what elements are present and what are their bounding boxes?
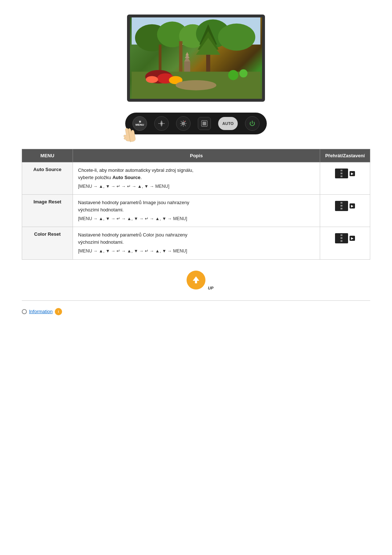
enter-remote-button[interactable] xyxy=(198,117,211,130)
up-label: UP xyxy=(208,286,213,290)
up-button-wrapper: UP xyxy=(187,271,205,289)
nav-path-image-reset: [MENU → ▲, ▼ → ↵ → ▲, ▼ → ↵ → ▲, ▼ → MEN… xyxy=(78,215,315,222)
auto-remote-button[interactable]: AUTO xyxy=(218,117,238,130)
svg-rect-40 xyxy=(203,122,206,125)
arrow-remote-button[interactable] xyxy=(154,116,169,131)
svg-rect-42 xyxy=(195,281,197,283)
playback-icons-auto-source: ▤▤▤ ▶ xyxy=(335,169,355,178)
desc-text-color-reset: Nastavené hodnoty parametrů Color jsou n… xyxy=(78,231,315,246)
svg-point-22 xyxy=(239,69,247,77)
table-header-play: Přehrát/Zastavení xyxy=(320,149,370,162)
play-icon-color-reset: ▶ xyxy=(350,236,355,241)
menu-label-auto-source: Auto Source xyxy=(22,162,73,195)
up-arrow-container: UP xyxy=(22,271,370,289)
svg-point-21 xyxy=(228,70,238,80)
table-row: Auto Source Chcete-li, aby monitor autom… xyxy=(22,162,370,195)
power-remote-button[interactable] xyxy=(245,116,260,131)
svg-marker-15 xyxy=(185,52,189,55)
desc-text-auto-source: Chcete-li, aby monitor automaticky vybra… xyxy=(78,167,315,181)
svg-marker-25 xyxy=(160,125,163,127)
info-circle-right-icon: i xyxy=(55,308,62,315)
menu-icon-auto-source: ▤▤▤ xyxy=(335,169,348,178)
svg-marker-24 xyxy=(160,120,163,122)
svg-point-20 xyxy=(146,76,158,83)
info-circle-left-icon xyxy=(22,309,27,314)
up-button[interactable] xyxy=(187,271,205,289)
table-header-menu: MENU xyxy=(22,149,73,162)
nav-path-color-reset: [MENU → ▲, ▼ → ↵ → ▲, ▼ → ↵ → ▲, ▼ → MEN… xyxy=(78,248,315,255)
icon-cell-color-reset: ▤▤▤ ▶ xyxy=(320,227,370,259)
svg-rect-11 xyxy=(179,41,182,72)
remote-bar: 🔲MENU xyxy=(125,113,267,134)
svg-rect-10 xyxy=(159,45,161,72)
svg-line-35 xyxy=(185,125,186,126)
menu-icon-image-reset: ▤▤▤ xyxy=(335,201,348,211)
playback-icons-color-reset: ▤▤▤ ▶ xyxy=(335,233,355,243)
svg-marker-41 xyxy=(193,276,199,281)
desc-image-reset: Nastavené hodnoty parametrů Image jsou n… xyxy=(73,195,320,227)
table-row: Color Reset Nastavené hodnoty parametrů … xyxy=(22,227,370,259)
monitor-screen xyxy=(130,17,262,99)
remote-buttons-container: 🔲MENU xyxy=(22,113,370,134)
nav-path-auto-source: [MENU → ▲, ▼ → ↵ → ↵ → ▲, ▼ → MENU] xyxy=(78,183,315,190)
menu-icon-color-reset: ▤▤▤ xyxy=(335,233,348,243)
icon-cell-image-reset: ▤▤▤ ▶ xyxy=(320,195,370,227)
monitor-frame xyxy=(127,15,265,102)
up-arrow-icon xyxy=(191,275,201,285)
play-icon-image-reset: ▶ xyxy=(350,203,355,208)
menu-label-color-reset: Color Reset xyxy=(22,227,73,259)
svg-line-37 xyxy=(181,125,182,126)
information-link[interactable]: Information xyxy=(29,309,53,314)
menu-label-image-reset: Image Reset xyxy=(22,195,73,227)
information-link-row: Information i xyxy=(22,308,370,315)
page-divider xyxy=(22,300,370,301)
brightness-remote-button[interactable] xyxy=(176,116,191,131)
monitor-image-section xyxy=(22,15,370,102)
desc-color-reset: Nastavené hodnoty parametrů Color jsou n… xyxy=(73,227,320,259)
info-table: MENU Popis Přehrát/Zastavení Auto Source… xyxy=(22,149,370,260)
table-row: Image Reset Nastavené hodnoty parametrů … xyxy=(22,195,370,227)
play-icon-auto-source: ▶ xyxy=(350,171,355,176)
icon-cell-auto-source: ▤▤▤ ▶ xyxy=(320,162,370,195)
svg-point-26 xyxy=(160,122,163,125)
desc-auto-source: Chcete-li, aby monitor automaticky vybra… xyxy=(73,162,320,195)
desc-text-image-reset: Nastavené hodnoty parametrů Image jsou n… xyxy=(78,199,315,213)
table-header-popis: Popis xyxy=(73,149,320,162)
playback-icons-image-reset: ▤▤▤ ▶ xyxy=(335,201,355,211)
svg-point-29 xyxy=(181,122,185,125)
svg-point-23 xyxy=(176,80,216,90)
svg-line-34 xyxy=(181,121,182,122)
svg-point-5 xyxy=(218,24,256,51)
